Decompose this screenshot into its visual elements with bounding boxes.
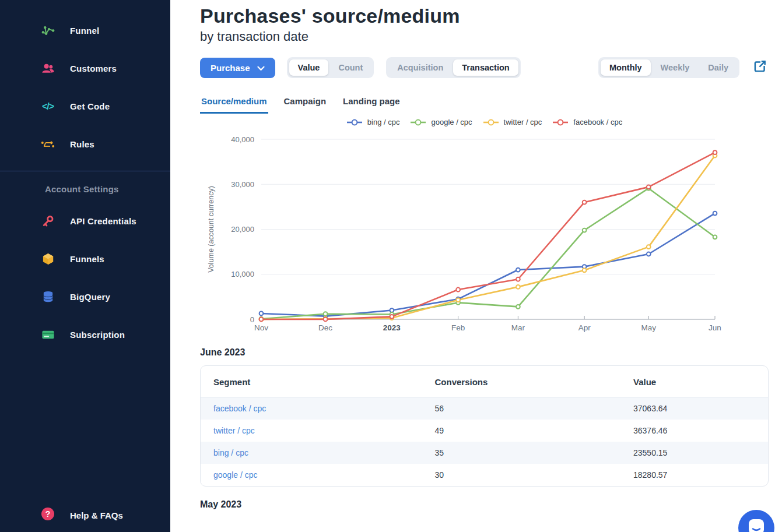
database-icon xyxy=(41,290,55,304)
segment-link[interactable]: twitter / cpc xyxy=(201,426,422,435)
legend-item-google-cpc[interactable]: google / cpc xyxy=(410,118,472,126)
svg-text:2023: 2023 xyxy=(383,323,401,332)
sidebar-item-funnels[interactable]: Funnels xyxy=(0,240,170,278)
legend-item-facebook-cpc[interactable]: facebook / cpc xyxy=(552,118,622,126)
legend-label: twitter / cpc xyxy=(504,118,542,126)
legend-item-bing-cpc[interactable]: bing / cpc xyxy=(346,118,400,126)
column-header-value: Value xyxy=(620,377,768,387)
legend-marker-icon xyxy=(410,119,427,126)
column-header-conversions: Conversions xyxy=(422,377,620,387)
value-cell: 37063.64 xyxy=(620,404,768,413)
conversions-cell: 30 xyxy=(422,470,620,480)
sidebar-item-bigquery[interactable]: BigQuery xyxy=(0,278,170,316)
sidebar-item-help-faqs[interactable]: ? Help & FAQs xyxy=(0,498,170,532)
sidebar-item-funnel[interactable]: Funnel xyxy=(0,12,170,50)
table-row: facebook / cpc5637063.64 xyxy=(201,397,768,420)
legend-marker-icon xyxy=(552,119,570,126)
svg-text:0: 0 xyxy=(250,315,254,324)
segment-option-monthly[interactable]: Monthly xyxy=(601,59,651,76)
value-cell: 18280.57 xyxy=(620,470,768,480)
acquisition-transaction-toggle: AcquisitionTransaction xyxy=(386,57,520,78)
svg-text:Dec: Dec xyxy=(318,323,332,332)
svg-text:30,000: 30,000 xyxy=(231,180,254,189)
event-selector-label: Purchase xyxy=(211,63,250,73)
segment-option-daily[interactable]: Daily xyxy=(699,59,737,76)
column-header-segment: Segment xyxy=(201,377,422,387)
sidebar-item-label: Customers xyxy=(70,64,117,73)
segment-link[interactable]: facebook / cpc xyxy=(201,404,422,413)
segment-option-value[interactable]: Value xyxy=(289,59,329,76)
customers-icon xyxy=(41,62,55,76)
chat-icon xyxy=(745,515,768,532)
event-selector-button[interactable]: Purchase xyxy=(200,58,275,78)
sidebar-main-nav: FunnelCustomers</>Get CodeRules xyxy=(0,0,170,163)
legend-label: google / cpc xyxy=(431,118,472,126)
help-icon: ? xyxy=(41,507,55,523)
segment-option-transaction[interactable]: Transaction xyxy=(453,59,518,76)
cube-icon xyxy=(41,252,55,266)
funnel-icon xyxy=(41,24,55,38)
svg-text:40,000: 40,000 xyxy=(231,135,254,144)
page-subtitle: by transaction date xyxy=(200,29,769,44)
sidebar: FunnelCustomers</>Get CodeRules Account … xyxy=(0,0,170,532)
tab-source-medium[interactable]: Source/medium xyxy=(200,94,268,114)
sidebar-item-customers[interactable]: Customers xyxy=(0,50,170,87)
sidebar-item-get-code[interactable]: </>Get Code xyxy=(0,87,170,125)
sidebar-item-label: Rules xyxy=(70,139,94,149)
svg-text:Volume (account currency): Volume (account currency) xyxy=(207,186,215,273)
conversions-cell: 35 xyxy=(422,448,620,457)
chat-launcher-button[interactable] xyxy=(738,510,774,532)
api-key-icon xyxy=(41,214,55,228)
table-body: facebook / cpc5637063.64twitter / cpc493… xyxy=(201,397,768,486)
svg-text:20,000: 20,000 xyxy=(231,225,254,234)
sidebar-item-subscription[interactable]: Subscription xyxy=(0,316,170,354)
chart-legend: bing / cpcgoogle / cpctwitter / cpcfaceb… xyxy=(200,118,769,126)
svg-text:May: May xyxy=(641,323,656,332)
sidebar-item-label: BigQuery xyxy=(70,292,110,302)
chevron-down-icon xyxy=(257,63,265,73)
sidebar-item-label: Help & FAQs xyxy=(70,510,123,520)
segment-option-weekly[interactable]: Weekly xyxy=(652,59,699,76)
segment-link[interactable]: google / cpc xyxy=(201,470,422,480)
table-header-row: Segment Conversions Value xyxy=(201,366,768,397)
report-tabs: Source/mediumCampaignLanding page xyxy=(200,94,769,114)
segment-option-acquisition[interactable]: Acquisition xyxy=(388,59,452,76)
june-segment-table: Segment Conversions Value facebook / cpc… xyxy=(200,365,769,487)
get-code-icon: </> xyxy=(41,100,55,114)
legend-item-twitter-cpc[interactable]: twitter / cpc xyxy=(483,118,542,126)
segment-option-count[interactable]: Count xyxy=(329,59,371,76)
table-row: twitter / cpc4936376.46 xyxy=(201,420,768,442)
value-cell: 23550.15 xyxy=(620,448,768,457)
sidebar-item-label: API Credentials xyxy=(70,216,136,226)
svg-text:Nov: Nov xyxy=(254,323,268,332)
value-count-toggle: ValueCount xyxy=(287,57,374,78)
legend-marker-icon xyxy=(346,119,364,126)
page-title: Purchases' source/medium xyxy=(200,5,769,27)
sidebar-item-label: Funnel xyxy=(70,26,99,36)
sidebar-settings-nav: API CredentialsFunnelsBigQuerySubscripti… xyxy=(0,202,170,354)
legend-label: facebook / cpc xyxy=(573,118,622,126)
sidebar-item-api-credentials[interactable]: API Credentials xyxy=(0,202,170,240)
sidebar-item-rules[interactable]: Rules xyxy=(0,125,170,163)
table-row: google / cpc3018280.57 xyxy=(201,464,768,486)
legend-marker-icon xyxy=(483,119,500,126)
svg-text:10,000: 10,000 xyxy=(231,270,254,279)
svg-text:?: ? xyxy=(45,509,51,519)
segment-link[interactable]: bing / cpc xyxy=(201,448,422,457)
tab-landing-page[interactable]: Landing page xyxy=(342,94,401,114)
value-cell: 36376.46 xyxy=(620,426,768,435)
sidebar-item-label: Funnels xyxy=(70,254,104,264)
conversions-cell: 49 xyxy=(422,426,620,435)
credit-card-icon xyxy=(41,328,55,342)
may-table-title: May 2023 xyxy=(200,499,769,510)
tab-campaign[interactable]: Campaign xyxy=(283,94,328,114)
table-row: bing / cpc3523550.15 xyxy=(201,442,768,464)
open-external-button[interactable] xyxy=(751,59,769,76)
svg-text:Feb: Feb xyxy=(451,323,465,332)
svg-text:Jun: Jun xyxy=(709,323,721,332)
rules-icon xyxy=(41,138,55,152)
sidebar-section-header: Account Settings xyxy=(0,171,170,202)
legend-label: bing / cpc xyxy=(367,118,400,126)
svg-text:Mar: Mar xyxy=(511,323,525,332)
line-chart: 010,00020,00030,00040,000NovDec2023FebMa… xyxy=(200,128,769,336)
